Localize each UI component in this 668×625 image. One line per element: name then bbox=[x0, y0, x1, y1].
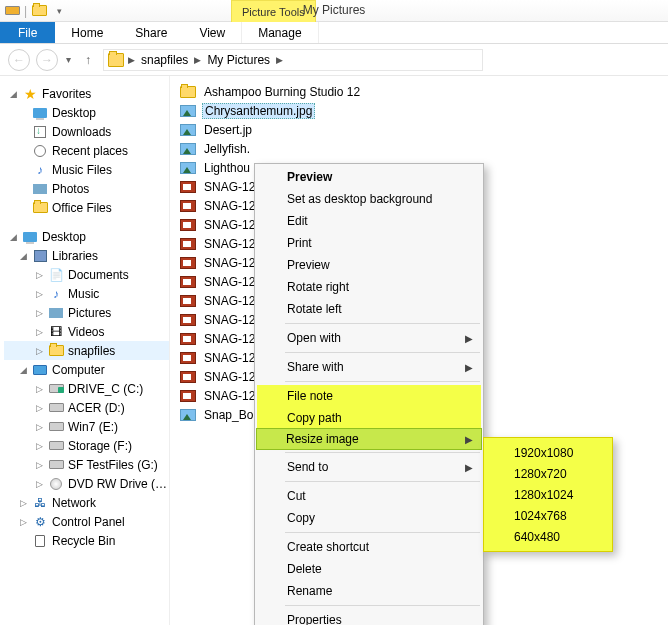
file-label: SNAG-12 bbox=[202, 275, 257, 289]
drive-icon bbox=[48, 438, 64, 454]
expand-icon[interactable]: ▷ bbox=[18, 517, 28, 527]
tree-control-panel[interactable]: ▷⚙Control Panel bbox=[4, 512, 169, 531]
nav-up-button[interactable]: ↑ bbox=[79, 51, 97, 69]
new-folder-icon[interactable] bbox=[31, 3, 47, 19]
recent-icon bbox=[32, 143, 48, 159]
ctx-rotate-right[interactable]: Rotate right bbox=[257, 276, 481, 298]
ctx-label: File note bbox=[287, 389, 333, 403]
tab-home[interactable]: Home bbox=[55, 22, 119, 43]
breadcrumb[interactable]: ▶ snapfiles ▶ My Pictures ▶ bbox=[103, 49, 483, 71]
expand-icon[interactable]: ▷ bbox=[34, 270, 44, 280]
ctx-delete[interactable]: Delete bbox=[257, 558, 481, 580]
file-item-folder[interactable]: Ashampoo Burning Studio 12 bbox=[174, 82, 664, 101]
ctx-create-shortcut[interactable]: Create shortcut bbox=[257, 536, 481, 558]
expand-icon[interactable]: ▷ bbox=[34, 441, 44, 451]
tree-item-snapfiles[interactable]: ▷snapfiles bbox=[4, 341, 169, 360]
tree-favorites[interactable]: ◢★Favorites bbox=[4, 84, 169, 103]
tree-item-photos[interactable]: Photos bbox=[4, 179, 169, 198]
ctx-open-with[interactable]: Open with▶ bbox=[257, 327, 481, 349]
chevron-right-icon[interactable]: ▶ bbox=[192, 55, 203, 65]
nav-tree[interactable]: ◢★Favorites Desktop Downloads Recent pla… bbox=[0, 76, 170, 625]
expand-icon[interactable]: ▷ bbox=[34, 422, 44, 432]
ctx-preview[interactable]: Preview bbox=[257, 254, 481, 276]
qat-dropdown-icon[interactable]: ▾ bbox=[51, 3, 67, 19]
file-item-selected[interactable]: Chrysanthemum.jpg bbox=[174, 101, 664, 120]
snag-icon bbox=[180, 333, 196, 345]
file-label: Chrysanthemum.jpg bbox=[202, 103, 315, 119]
ctx-file-note[interactable]: File note bbox=[257, 385, 481, 407]
file-item[interactable]: Jellyfish. bbox=[174, 139, 664, 158]
ctx-cut[interactable]: Cut bbox=[257, 485, 481, 507]
ctx-label: Edit bbox=[287, 214, 308, 228]
expand-icon[interactable]: ▷ bbox=[18, 498, 28, 508]
nav-back-button[interactable]: ← bbox=[8, 49, 30, 71]
collapse-icon[interactable]: ◢ bbox=[8, 232, 18, 242]
tree-libraries[interactable]: ◢Libraries bbox=[4, 246, 169, 265]
tree-item-documents[interactable]: ▷📄Documents bbox=[4, 265, 169, 284]
chevron-right-icon[interactable]: ▶ bbox=[274, 55, 285, 65]
ctx-properties[interactable]: Properties bbox=[257, 609, 481, 625]
tree-network[interactable]: ▷🖧Network bbox=[4, 493, 169, 512]
tab-file[interactable]: File bbox=[0, 22, 55, 43]
tree-item-office-files[interactable]: Office Files bbox=[4, 198, 169, 217]
tree-label: Network bbox=[52, 496, 96, 510]
ctx-edit[interactable]: Edit bbox=[257, 210, 481, 232]
tree-item-drive-c[interactable]: ▷DRIVE_C (C:) bbox=[4, 379, 169, 398]
tab-share[interactable]: Share bbox=[119, 22, 183, 43]
file-item[interactable]: Desert.jp bbox=[174, 120, 664, 139]
tree-computer[interactable]: ◢Computer bbox=[4, 360, 169, 379]
tree-label: Control Panel bbox=[52, 515, 125, 529]
ctx-label: Preview bbox=[287, 170, 332, 184]
expand-icon[interactable]: ▷ bbox=[34, 289, 44, 299]
tree-item-pictures[interactable]: ▷Pictures bbox=[4, 303, 169, 322]
tree-item-drive-e[interactable]: ▷Win7 (E:) bbox=[4, 417, 169, 436]
resize-option[interactable]: 1024x768 bbox=[486, 505, 610, 526]
expand-icon[interactable]: ▷ bbox=[34, 460, 44, 470]
chevron-right-icon: ▶ bbox=[465, 462, 473, 473]
tree-item-videos[interactable]: ▷🎞Videos bbox=[4, 322, 169, 341]
tree-item-music[interactable]: ▷♪Music bbox=[4, 284, 169, 303]
ctx-send-to[interactable]: Send to▶ bbox=[257, 456, 481, 478]
ctx-set-background[interactable]: Set as desktop background bbox=[257, 188, 481, 210]
resize-option[interactable]: 1280x1024 bbox=[486, 484, 610, 505]
tree-item-music-files[interactable]: ♪Music Files bbox=[4, 160, 169, 179]
collapse-icon[interactable]: ◢ bbox=[8, 89, 18, 99]
ctx-copy[interactable]: Copy bbox=[257, 507, 481, 529]
ctx-rename[interactable]: Rename bbox=[257, 580, 481, 602]
resize-option[interactable]: 1920x1080 bbox=[486, 442, 610, 463]
ctx-copy-path[interactable]: Copy path bbox=[257, 407, 481, 429]
tab-manage[interactable]: Manage bbox=[241, 22, 318, 43]
breadcrumb-seg-2[interactable]: My Pictures bbox=[203, 53, 274, 67]
expand-icon[interactable]: ▷ bbox=[34, 384, 44, 394]
tree-item-drive-d[interactable]: ▷ACER (D:) bbox=[4, 398, 169, 417]
tab-view[interactable]: View bbox=[183, 22, 241, 43]
nav-bar: ← → ▾ ↑ ▶ snapfiles ▶ My Pictures ▶ bbox=[0, 44, 668, 76]
nav-history-dropdown[interactable]: ▾ bbox=[64, 54, 73, 65]
ctx-share-with[interactable]: Share with▶ bbox=[257, 356, 481, 378]
tree-item-recent[interactable]: Recent places bbox=[4, 141, 169, 160]
expand-icon[interactable]: ▷ bbox=[34, 308, 44, 318]
expand-icon[interactable]: ▷ bbox=[34, 327, 44, 337]
expand-icon[interactable]: ▷ bbox=[34, 479, 44, 489]
tree-item-drive-f[interactable]: ▷Storage (F:) bbox=[4, 436, 169, 455]
ctx-rotate-left[interactable]: Rotate left bbox=[257, 298, 481, 320]
tree-item-dvd[interactable]: ▷DVD RW Drive (… bbox=[4, 474, 169, 493]
breadcrumb-seg-1[interactable]: snapfiles bbox=[137, 53, 192, 67]
tree-recycle-bin[interactable]: Recycle Bin bbox=[4, 531, 169, 550]
collapse-icon[interactable]: ◢ bbox=[18, 365, 28, 375]
properties-icon[interactable] bbox=[4, 3, 20, 19]
expand-icon[interactable]: ▷ bbox=[34, 346, 44, 356]
tree-item-drive-g[interactable]: ▷SF TestFiles (G:) bbox=[4, 455, 169, 474]
tree-item-desktop[interactable]: Desktop bbox=[4, 103, 169, 122]
tree-item-downloads[interactable]: Downloads bbox=[4, 122, 169, 141]
ctx-preview-default[interactable]: Preview bbox=[257, 166, 481, 188]
resize-option[interactable]: 1280x720 bbox=[486, 463, 610, 484]
ctx-print[interactable]: Print bbox=[257, 232, 481, 254]
resize-option[interactable]: 640x480 bbox=[486, 526, 610, 547]
chevron-right-icon[interactable]: ▶ bbox=[126, 55, 137, 65]
ctx-resize-image[interactable]: Resize image▶ bbox=[256, 428, 482, 450]
tree-desktop-root[interactable]: ◢Desktop bbox=[4, 227, 169, 246]
nav-forward-button[interactable]: → bbox=[36, 49, 58, 71]
collapse-icon[interactable]: ◢ bbox=[18, 251, 28, 261]
expand-icon[interactable]: ▷ bbox=[34, 403, 44, 413]
